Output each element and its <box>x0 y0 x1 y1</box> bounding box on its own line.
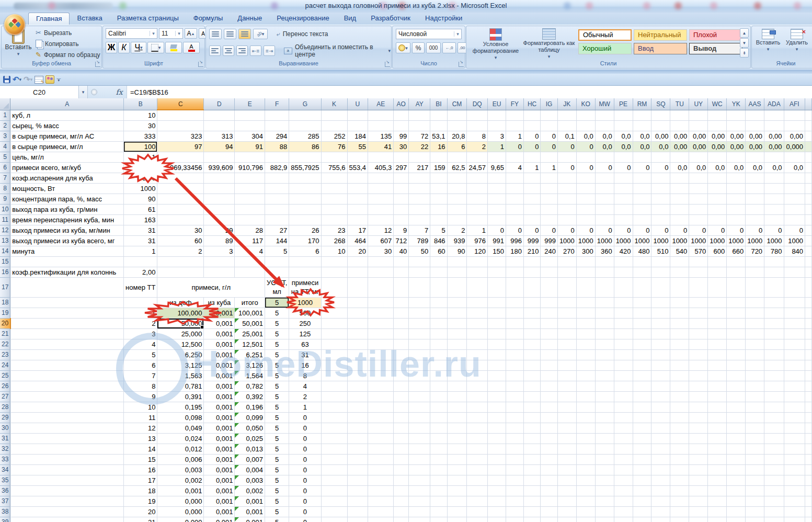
cell-CM2[interactable] <box>447 120 467 131</box>
cell-HC24[interactable] <box>523 360 541 370</box>
cell-MW34[interactable] <box>595 464 614 475</box>
cell-YK22[interactable] <box>727 339 746 349</box>
cell-YK36[interactable] <box>727 485 746 496</box>
cell-IG34[interactable] <box>541 464 558 475</box>
cell-G33[interactable]: 0 <box>289 454 321 464</box>
cell-E8[interactable] <box>235 183 265 194</box>
cell-E3[interactable]: 304 <box>235 131 265 141</box>
cell-AY24[interactable] <box>409 360 430 370</box>
cell-TU2[interactable] <box>670 120 689 131</box>
cell-SQ10[interactable] <box>651 204 670 214</box>
cell-JK7[interactable] <box>557 173 576 183</box>
cell-AY31[interactable] <box>409 433 430 444</box>
cell-U34[interactable] <box>347 464 368 475</box>
cell-PE16[interactable] <box>614 267 633 277</box>
cell-B2[interactable]: 30 <box>124 120 157 131</box>
cell-BI7[interactable] <box>430 173 447 183</box>
cell-DQ37[interactable] <box>467 496 488 506</box>
cell-HC19[interactable] <box>523 308 541 318</box>
cell-AE10[interactable] <box>368 204 394 214</box>
cell-RM7[interactable] <box>633 173 651 183</box>
borders-button[interactable]: ▾ <box>147 42 164 53</box>
cell-CM22[interactable] <box>447 339 467 349</box>
cell-AY2[interactable] <box>409 120 430 131</box>
cell-MW33[interactable] <box>595 454 614 464</box>
cell-C28[interactable]: 0,195 <box>157 402 204 412</box>
cell-U16[interactable] <box>347 267 368 277</box>
cell-HC2[interactable] <box>523 120 541 131</box>
cell-ADA37[interactable] <box>764 496 784 506</box>
cell-A8[interactable]: мощность, Вт <box>10 183 124 194</box>
cell-JK12[interactable]: 0 <box>557 225 576 235</box>
cell-FY13[interactable]: 996 <box>506 235 523 246</box>
cell-JK34[interactable] <box>557 464 576 475</box>
cell-DQ15[interactable] <box>467 256 488 267</box>
cell-G9[interactable] <box>289 194 321 204</box>
cell-AAS39[interactable] <box>746 517 764 522</box>
cell-E19[interactable]: 100,001 <box>235 308 265 318</box>
cell-AAS19[interactable] <box>746 308 764 318</box>
cell-YK19[interactable] <box>727 308 746 318</box>
cell-A3[interactable]: в сырце примеси, мг/л АС <box>10 131 124 141</box>
cell-SQ15[interactable] <box>651 256 670 267</box>
increase-font-button[interactable]: А▲ <box>185 28 197 39</box>
cell-WC4[interactable]: 0,00 <box>708 141 727 152</box>
cell-AY18[interactable] <box>409 297 430 308</box>
cell-AAS15[interactable] <box>746 256 764 267</box>
cell-EU19[interactable] <box>487 308 506 318</box>
cell-ADA34[interactable] <box>764 464 784 475</box>
cell-FY10[interactable] <box>506 204 523 214</box>
cell-JK22[interactable] <box>557 339 576 349</box>
cell-PE9[interactable] <box>614 194 633 204</box>
cell-EU25[interactable] <box>487 370 506 381</box>
cell-A14[interactable]: минута <box>10 246 124 256</box>
cell-ADA38[interactable] <box>764 506 784 517</box>
cell-TU9[interactable] <box>670 194 689 204</box>
cell-FY22[interactable] <box>506 339 523 349</box>
cell-overflow-38[interactable] <box>805 506 812 517</box>
cell-AE39[interactable] <box>368 517 394 522</box>
cell-BI14[interactable]: 60 <box>430 246 447 256</box>
cell-A26[interactable] <box>10 381 124 391</box>
cell-JK39[interactable] <box>557 517 576 522</box>
cell-AO22[interactable] <box>394 339 409 349</box>
cell-JK9[interactable] <box>557 194 576 204</box>
cell-ADA11[interactable] <box>764 214 784 225</box>
cell-C15[interactable] <box>157 256 204 267</box>
cell-SQ5[interactable] <box>651 152 670 162</box>
cell-MW12[interactable]: 0 <box>595 225 614 235</box>
cell-EU7[interactable] <box>487 173 506 183</box>
cell-C1[interactable] <box>157 110 204 120</box>
row-header-22[interactable]: 22 <box>0 339 10 349</box>
cell-CM32[interactable] <box>447 444 467 454</box>
cell-E9[interactable] <box>235 194 265 204</box>
cell-F32[interactable]: 5 <box>265 444 289 454</box>
cell-IG35[interactable] <box>541 475 558 485</box>
cell-TU28[interactable] <box>670 402 689 412</box>
cell-KO38[interactable] <box>576 506 595 517</box>
cell-UY11[interactable] <box>689 214 708 225</box>
cell-JK20[interactable] <box>557 318 576 328</box>
cell-YK4[interactable]: 0,00 <box>727 141 746 152</box>
cell-MW25[interactable] <box>595 370 614 381</box>
cell-YK21[interactable] <box>727 328 746 339</box>
cell-TU12[interactable]: 0 <box>670 225 689 235</box>
cell-D36[interactable]: 0,001 <box>204 485 235 496</box>
cell-EU24[interactable] <box>487 360 506 370</box>
cell-AO15[interactable] <box>394 256 409 267</box>
cell-DQ13[interactable]: 976 <box>467 235 488 246</box>
cell-TU18[interactable] <box>670 297 689 308</box>
cell-JK4[interactable]: 0 <box>557 141 576 152</box>
cell-JK25[interactable] <box>557 370 576 381</box>
cell-U2[interactable] <box>347 120 368 131</box>
cell-WC1[interactable] <box>708 110 727 120</box>
cell-HC39[interactable] <box>523 517 541 522</box>
cell-U10[interactable] <box>347 204 368 214</box>
cell-IG22[interactable] <box>541 339 558 349</box>
cell-ADA12[interactable]: 0 <box>764 225 784 235</box>
cell-TU35[interactable] <box>670 475 689 485</box>
col-header-IG[interactable]: IG <box>541 98 558 110</box>
cell-PE21[interactable] <box>614 328 633 339</box>
clipboard-dialog-launcher[interactable] <box>95 62 100 67</box>
cell-MW37[interactable] <box>595 496 614 506</box>
